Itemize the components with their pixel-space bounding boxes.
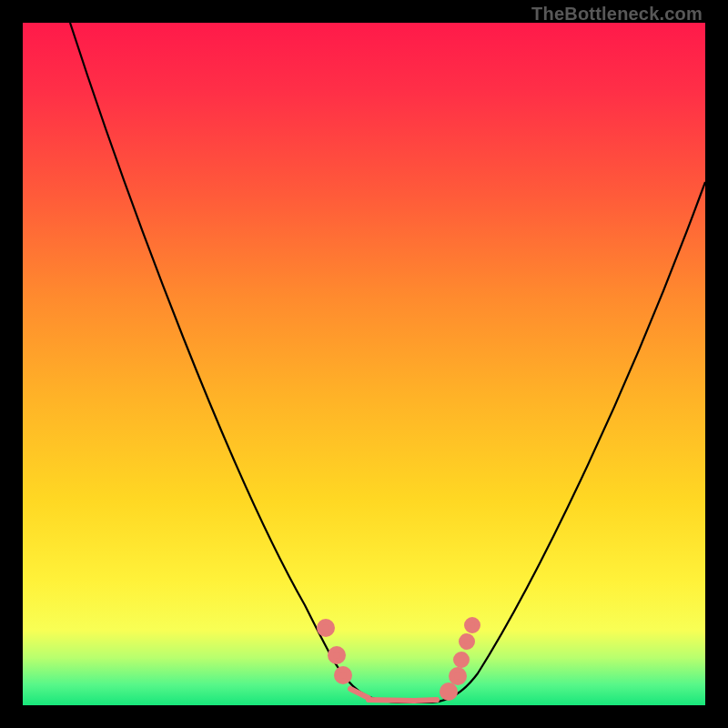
svg-point-6 <box>442 685 455 698</box>
svg-line-3 <box>350 689 369 698</box>
svg-point-2 <box>337 669 349 682</box>
highlight-markers <box>319 620 478 701</box>
svg-point-0 <box>319 622 332 634</box>
chart-frame: TheBottleneck.com <box>0 0 728 728</box>
svg-point-8 <box>456 654 467 665</box>
svg-point-1 <box>330 649 343 662</box>
watermark-text: TheBottleneck.com <box>531 4 703 25</box>
chart-plot-area <box>23 23 705 705</box>
svg-line-4 <box>369 700 414 701</box>
svg-line-5 <box>414 700 437 701</box>
chart-curves-svg <box>23 23 705 705</box>
svg-point-7 <box>451 670 464 682</box>
svg-point-9 <box>461 636 472 647</box>
bottleneck-curve <box>70 23 705 703</box>
svg-point-10 <box>467 620 478 631</box>
